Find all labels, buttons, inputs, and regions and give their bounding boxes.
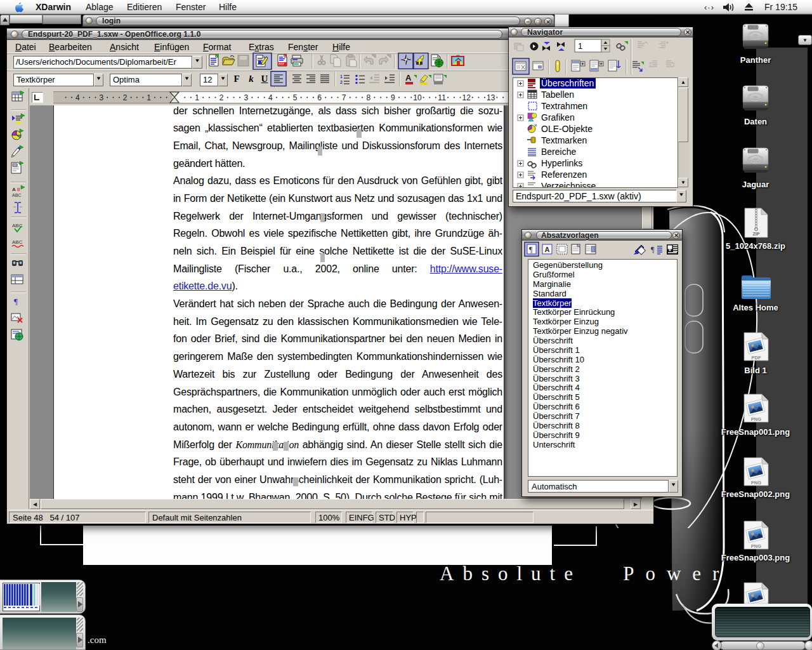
svg-text:PNG: PNG <box>751 543 761 549</box>
svg-text:PNG: PNG <box>751 480 761 486</box>
svg-text:Verzeichnisse: Verzeichnisse <box>541 181 596 187</box>
svg-text:ABC: ABC <box>12 193 21 197</box>
svg-text:PDF: PDF <box>752 355 761 361</box>
svg-text:PNG: PNG <box>751 416 761 422</box>
svg-text:ZIP: ZIP <box>753 232 760 236</box>
svg-text:¶: ¶ <box>14 296 18 306</box>
svg-text:A: A <box>12 187 16 192</box>
svg-text:Überschriften: Überschriften <box>541 77 594 88</box>
svg-text:Hyperlinks: Hyperlinks <box>541 158 582 168</box>
svg-text:Referenzen: Referenzen <box>541 169 587 180</box>
svg-text:A: A <box>545 246 550 253</box>
svg-text:1: 1 <box>578 41 582 51</box>
svg-text:A: A <box>405 73 412 83</box>
svg-text:Grafiken: Grafiken <box>541 112 575 123</box>
svg-text:Tabellen: Tabellen <box>541 90 574 100</box>
svg-text:Textmarken: Textmarken <box>541 135 587 145</box>
svg-text:Textrahmen: Textrahmen <box>541 101 587 111</box>
svg-text:Bereiche: Bereiche <box>541 147 576 157</box>
svg-text:B: B <box>17 187 20 192</box>
svg-text:¶: ¶ <box>529 245 533 254</box>
svg-text:2: 2 <box>340 80 343 84</box>
svg-text:1: 1 <box>340 74 343 79</box>
svg-text:¶: ¶ <box>651 245 655 254</box>
svg-text:ABC: ABC <box>12 239 23 245</box>
svg-text:OLE-Objekte: OLE-Objekte <box>541 124 593 134</box>
